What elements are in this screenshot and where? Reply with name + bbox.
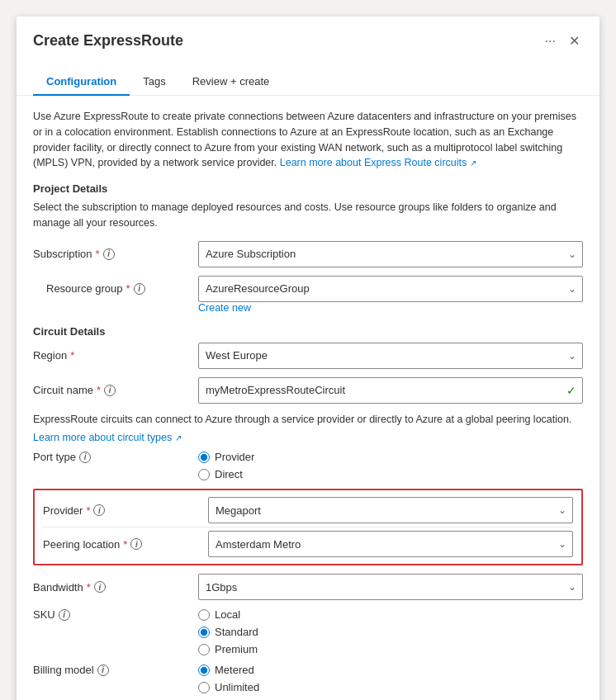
project-details-desc: Select the subscription to manage deploy…: [33, 200, 583, 231]
sku-local-radio[interactable]: [198, 609, 210, 621]
port-type-direct-label: Direct: [215, 468, 243, 480]
billing-unlimited-radio[interactable]: [198, 682, 210, 693]
port-type-control: Provider Direct: [198, 451, 583, 480]
close-button[interactable]: ✕: [566, 30, 583, 52]
provider-control: Megaport ⌄: [208, 497, 573, 523]
billing-model-row: Billing model i Metered Unlimited: [33, 664, 583, 693]
region-label: Region *: [33, 349, 198, 362]
sku-premium-option[interactable]: Premium: [198, 643, 583, 655]
create-new-resource-group-link[interactable]: Create new: [198, 302, 583, 314]
sku-row: SKU i Local Standard Premium: [33, 608, 583, 655]
port-type-provider-radio[interactable]: [198, 452, 210, 463]
subscription-select-wrapper: Azure Subscription ⌄: [198, 241, 583, 267]
peering-location-label: Peering location * i: [43, 538, 208, 551]
circuit-name-valid-icon: ✓: [566, 384, 576, 397]
circuit-name-label: Circuit name * i: [33, 384, 198, 396]
sku-local-label: Local: [215, 608, 240, 621]
peering-location-row: Peering location * i Amsterdam Metro ⌄: [43, 531, 573, 557]
project-details-title: Project Details: [33, 182, 583, 195]
billing-metered-radio[interactable]: [198, 665, 210, 676]
billing-model-label: Billing model i: [33, 664, 198, 676]
dialog-header-actions: ··· ✕: [545, 30, 583, 52]
provider-select[interactable]: Megaport: [208, 497, 573, 523]
dialog-header: Create ExpressRoute ··· ✕: [17, 17, 599, 52]
sku-standard-radio[interactable]: [198, 627, 210, 638]
create-expressroute-dialog: Create ExpressRoute ··· ✕ Configuration …: [17, 17, 599, 700]
sku-local-option[interactable]: Local: [198, 608, 583, 621]
dialog-title: Create ExpressRoute: [33, 32, 183, 50]
circuit-name-control: ✓: [198, 377, 583, 404]
billing-model-info-icon[interactable]: i: [97, 665, 109, 676]
sku-info-icon[interactable]: i: [59, 609, 70, 621]
billing-unlimited-option[interactable]: Unlimited: [198, 681, 583, 693]
provider-required: *: [86, 504, 90, 517]
sku-standard-option[interactable]: Standard: [198, 626, 583, 638]
bandwidth-label: Bandwidth * i: [33, 581, 198, 594]
circuit-details-title: Circuit Details: [33, 325, 583, 338]
subscription-info-icon[interactable]: i: [103, 248, 115, 260]
peering-location-info-icon[interactable]: i: [130, 538, 142, 550]
resource-group-select[interactable]: AzureResourceGroup: [198, 276, 583, 302]
resource-group-control: AzureResourceGroup ⌄: [198, 276, 583, 302]
sku-standard-label: Standard: [215, 626, 258, 638]
tab-configuration[interactable]: Configuration: [33, 69, 130, 96]
port-type-radio-group: Provider Direct: [198, 451, 583, 480]
subscription-control: Azure Subscription ⌄: [198, 241, 583, 267]
port-type-row: Port type i Provider Direct: [33, 451, 583, 480]
learn-more-circuit-types: Learn more about circuit types ↗: [33, 430, 583, 446]
sku-control: Local Standard Premium: [198, 608, 583, 655]
region-select[interactable]: West Europe: [198, 343, 583, 369]
circuit-name-row: Circuit name * i ✓: [33, 377, 583, 404]
peering-location-required: *: [123, 538, 127, 551]
billing-metered-option[interactable]: Metered: [198, 664, 583, 676]
dialog-ellipsis[interactable]: ···: [545, 34, 556, 49]
sku-premium-label: Premium: [215, 643, 258, 655]
subscription-row: Subscription * i Azure Subscription ⌄: [33, 241, 583, 267]
port-type-direct-option[interactable]: Direct: [198, 468, 583, 480]
bandwidth-row: Bandwidth * i 1Gbps 2Gbps 5Gbps 10Gbps ⌄: [33, 574, 583, 600]
resource-group-select-wrapper: AzureResourceGroup ⌄: [198, 276, 583, 302]
peering-location-select[interactable]: Amsterdam Metro: [208, 531, 573, 557]
port-type-info-icon[interactable]: i: [79, 452, 91, 463]
region-required: *: [70, 349, 74, 362]
tab-bar: Configuration Tags Review + create: [17, 59, 599, 96]
subscription-label: Subscription * i: [33, 248, 198, 260]
tab-review-create[interactable]: Review + create: [179, 69, 283, 96]
provider-divider: [43, 527, 573, 527]
port-type-provider-label: Provider: [215, 451, 254, 463]
port-type-label: Port type i: [33, 451, 198, 463]
resource-group-required: *: [126, 282, 130, 295]
sku-premium-radio[interactable]: [198, 644, 210, 655]
subscription-required: *: [96, 248, 100, 260]
learn-more-expressroute-link[interactable]: Learn more about Express Route circuits …: [280, 157, 476, 168]
bandwidth-control: 1Gbps 2Gbps 5Gbps 10Gbps ⌄: [198, 574, 583, 600]
bandwidth-select-wrapper: 1Gbps 2Gbps 5Gbps 10Gbps ⌄: [198, 574, 583, 600]
sku-label: SKU i: [33, 608, 198, 621]
resource-group-row: Resource group * i AzureResourceGroup ⌄: [33, 276, 583, 302]
subscription-select[interactable]: Azure Subscription: [198, 241, 583, 267]
provider-select-wrapper: Megaport ⌄: [208, 497, 573, 523]
bandwidth-required: *: [87, 581, 91, 594]
port-type-provider-option[interactable]: Provider: [198, 451, 583, 463]
circuit-name-input[interactable]: [198, 377, 583, 404]
tab-tags[interactable]: Tags: [130, 69, 178, 96]
learn-more-circuit-types-link[interactable]: Learn more about circuit types ↗: [33, 432, 182, 443]
provider-label: Provider * i: [43, 504, 208, 517]
peering-location-control: Amsterdam Metro ⌄: [208, 531, 573, 557]
sku-radio-group: Local Standard Premium: [198, 608, 583, 655]
billing-unlimited-label: Unlimited: [215, 681, 259, 693]
region-row: Region * West Europe ⌄: [33, 343, 583, 369]
circuit-name-info-icon[interactable]: i: [104, 385, 116, 396]
peering-location-select-wrapper: Amsterdam Metro ⌄: [208, 531, 573, 557]
circuit-info-text: ExpressRoute circuits can connect to Azu…: [33, 412, 583, 428]
description-text: Use Azure ExpressRoute to create private…: [33, 109, 583, 171]
port-type-direct-radio[interactable]: [198, 469, 210, 480]
resource-group-info-icon[interactable]: i: [134, 283, 145, 295]
billing-metered-label: Metered: [215, 664, 254, 676]
bandwidth-select[interactable]: 1Gbps 2Gbps 5Gbps 10Gbps: [198, 574, 583, 600]
region-control: West Europe ⌄: [198, 343, 583, 369]
provider-info-icon[interactable]: i: [93, 504, 105, 516]
bandwidth-info-icon[interactable]: i: [94, 581, 106, 593]
billing-model-radio-group: Metered Unlimited: [198, 664, 583, 693]
dialog-body: Use Azure ExpressRoute to create private…: [17, 96, 599, 700]
